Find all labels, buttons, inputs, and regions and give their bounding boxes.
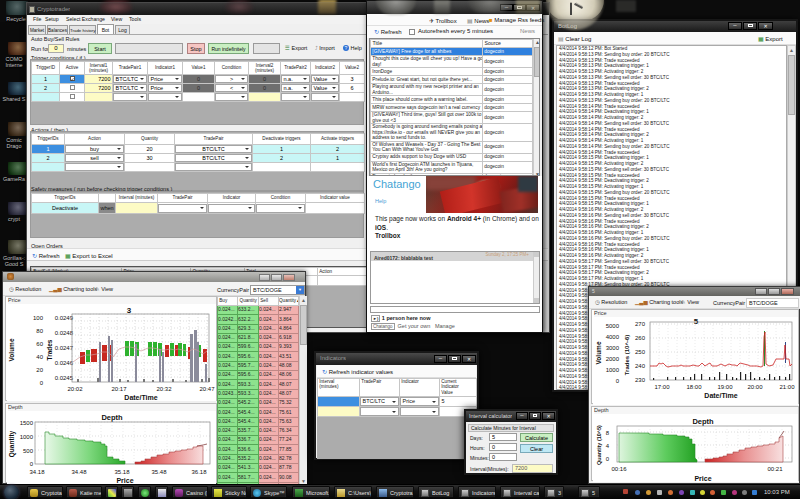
svg-text:34.48: 34.48 — [71, 469, 87, 475]
svg-text:20:47: 20:47 — [199, 386, 215, 392]
svg-text:100: 100 — [33, 315, 44, 321]
svg-text:2000: 2000 — [606, 356, 620, 362]
svg-text:Quantity: Quantity — [8, 430, 16, 457]
svg-text:19:00: 19:00 — [717, 384, 733, 390]
svg-text:21:00: 21:00 — [779, 384, 795, 390]
svg-text:500: 500 — [23, 448, 34, 454]
svg-text:20:00: 20:00 — [747, 384, 763, 390]
svg-text:18:00: 18:00 — [686, 384, 702, 390]
svg-text:60: 60 — [36, 341, 43, 347]
svg-text:3: 3 — [127, 306, 132, 315]
svg-text:Trades (10^-6): Trades (10^-6) — [624, 335, 630, 376]
svg-text:1000: 1000 — [606, 367, 620, 373]
svg-text:Date/Time: Date/Time — [704, 392, 737, 399]
svg-text:20: 20 — [36, 367, 43, 373]
svg-text:1000: 1000 — [20, 434, 34, 440]
svg-text:4000: 4000 — [606, 334, 620, 340]
svg-text:Depth: Depth — [692, 417, 714, 426]
svg-text:0.0247: 0.0247 — [55, 345, 74, 351]
svg-text:Trades: Trades — [46, 339, 53, 360]
svg-text:00:21: 00:21 — [767, 466, 783, 472]
svg-text:1500: 1500 — [20, 420, 34, 426]
svg-text:5: 5 — [694, 317, 699, 326]
svg-text:Volume: Volume — [8, 338, 15, 361]
svg-text:35.18: 35.18 — [114, 469, 130, 475]
svg-text:00:16: 00:16 — [611, 466, 627, 472]
svg-text:Quantity (10^5): Quantity (10^5) — [596, 425, 602, 465]
svg-text:3000: 3000 — [606, 345, 620, 351]
svg-text:Volume: Volume — [595, 341, 602, 364]
svg-text:270: 270 — [635, 321, 646, 327]
svg-text:0.0249: 0.0249 — [55, 315, 74, 321]
svg-text:35.48: 35.48 — [151, 469, 167, 475]
svg-text:5000: 5000 — [606, 323, 620, 329]
svg-text:Depth: Depth — [101, 413, 123, 422]
svg-text:40: 40 — [36, 354, 43, 360]
svg-text:260: 260 — [635, 335, 646, 341]
svg-text:250: 250 — [635, 349, 646, 355]
svg-text:20:17: 20:17 — [111, 386, 127, 392]
svg-text:36.18: 36.18 — [191, 469, 207, 475]
svg-text:34.18: 34.18 — [29, 469, 45, 475]
svg-text:240: 240 — [635, 363, 646, 369]
svg-text:20:32: 20:32 — [156, 386, 172, 392]
svg-text:Price: Price — [116, 477, 133, 484]
svg-text:Price: Price — [694, 475, 711, 482]
svg-text:17:00: 17:00 — [654, 384, 670, 390]
svg-text:20:02: 20:02 — [67, 386, 83, 392]
svg-text:0.0248: 0.0248 — [55, 330, 74, 336]
svg-text:0.0245: 0.0245 — [55, 375, 74, 381]
svg-text:80: 80 — [36, 328, 43, 334]
svg-text:0.0246: 0.0246 — [55, 360, 74, 366]
svg-text:Date/Time: Date/Time — [124, 394, 157, 401]
svg-text:230: 230 — [635, 377, 646, 383]
